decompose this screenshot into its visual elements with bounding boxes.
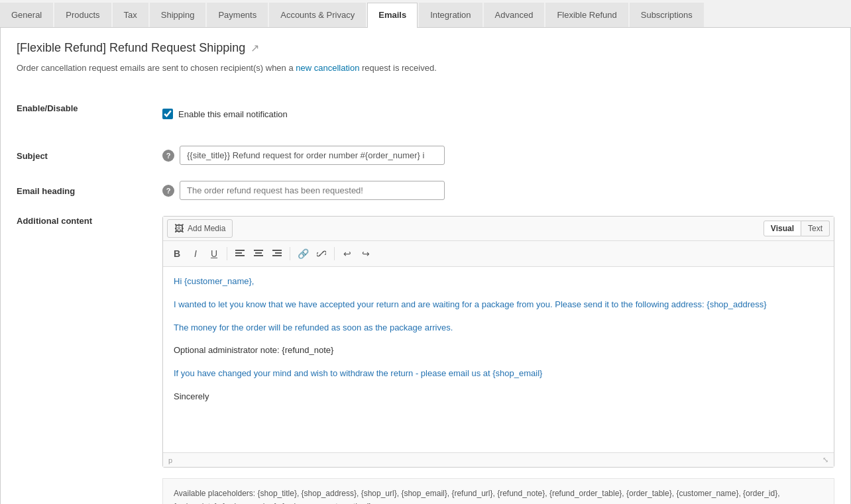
toolbar-separator-1 [227, 247, 227, 260]
enable-disable-row: Enable/Disable Enable this email notific… [17, 90, 834, 138]
placeholders-label: Available placeholders: [174, 489, 255, 498]
email-heading-row: Email heading ? [17, 173, 834, 208]
enable-disable-label: Enable/Disable [17, 90, 162, 138]
tabs-bar: General Products Tax Shipping Payments A… [0, 0, 851, 28]
align-left-button[interactable] [231, 245, 249, 262]
svg-rect-4 [255, 252, 262, 254]
tab-accounts-privacy[interactable]: Accounts & Privacy [269, 3, 366, 27]
editor-container: 🖼 Add Media Visual Text B I [162, 216, 834, 468]
page-title-row: [Flexible Refund] Refund Request Shippin… [17, 41, 834, 55]
add-media-icon: 🖼 [174, 223, 184, 234]
svg-rect-8 [272, 255, 282, 256]
editor-wrapper: Hi {customer_name}, I wanted to let you … [163, 267, 834, 452]
page-description: Order cancellation request emails are se… [17, 62, 834, 75]
link-button[interactable]: 🔗 [294, 245, 312, 262]
new-cancellation-link[interactable]: new cancellation [296, 63, 359, 73]
undo-button[interactable]: ↩ [339, 245, 356, 262]
content-greeting: Hi {customer_name}, [174, 275, 823, 289]
visual-tab[interactable]: Visual [764, 221, 801, 236]
tab-flexible-refund[interactable]: Flexible Refund [545, 3, 628, 27]
content-changed-mind: If you have changed your mind and wish t… [174, 367, 823, 381]
external-link-icon[interactable]: ↗ [251, 42, 259, 54]
italic-button[interactable]: I [187, 245, 204, 262]
tab-tax[interactable]: Tax [113, 3, 148, 27]
subject-help-icon[interactable]: ? [162, 150, 174, 162]
enable-email-label: Enable this email notification [178, 109, 288, 119]
tab-shipping[interactable]: Shipping [150, 3, 206, 27]
toolbar-separator-3 [334, 247, 335, 260]
svg-rect-0 [235, 250, 245, 251]
tab-advanced[interactable]: Advanced [484, 3, 545, 27]
editor-status-p: p [168, 456, 172, 464]
additional-content-label: Additional content [17, 208, 162, 504]
align-right-button[interactable] [268, 245, 286, 262]
add-media-label: Add Media [188, 224, 225, 233]
subject-label: Subject [17, 151, 48, 161]
settings-form: Enable/Disable Enable this email notific… [17, 90, 834, 504]
tab-payments[interactable]: Payments [207, 3, 268, 27]
editor-body[interactable]: Hi {customer_name}, I wanted to let you … [163, 267, 834, 452]
toolbar-separator-2 [290, 247, 290, 260]
bold-button[interactable]: B [168, 245, 186, 262]
tab-products[interactable]: Products [54, 3, 111, 27]
svg-rect-7 [275, 252, 282, 254]
unlink-button[interactable] [313, 245, 330, 262]
svg-line-9 [319, 252, 324, 256]
tab-subscriptions[interactable]: Subscriptions [630, 3, 704, 27]
editor-toolbar: B I U [163, 241, 834, 267]
visual-text-tabs: Visual Text [764, 221, 830, 236]
content-accepted: I wanted to let you know that we have ac… [174, 298, 823, 312]
additional-content-row: Additional content 🖼 Add Media Visual Te… [17, 208, 834, 504]
placeholders-values: {shop_title}, {shop_address}, {shop_url}… [174, 489, 779, 504]
svg-rect-1 [235, 252, 242, 254]
content-optional-note: Optional administrator note: {refund_not… [174, 344, 823, 358]
content-money: The money for the order will be refunded… [174, 321, 823, 335]
add-media-button[interactable]: 🖼 Add Media [167, 219, 233, 238]
editor-resize-handle[interactable]: ⤡ [823, 456, 828, 464]
redo-button[interactable]: ↪ [357, 245, 374, 262]
svg-rect-5 [254, 255, 263, 256]
svg-rect-6 [272, 250, 282, 251]
tab-emails[interactable]: Emails [367, 3, 418, 28]
placeholders-section: Available placeholders: {shop_title}, {s… [162, 478, 834, 504]
align-center-button[interactable] [250, 245, 267, 262]
tab-integration[interactable]: Integration [419, 3, 482, 27]
svg-rect-2 [235, 255, 245, 256]
page-title: [Flexible Refund] Refund Request Shippin… [17, 41, 245, 55]
svg-rect-3 [254, 250, 263, 251]
main-content: [Flexible Refund] Refund Request Shippin… [0, 28, 851, 505]
subject-row: Subject ? [17, 138, 834, 173]
tab-general[interactable]: General [0, 3, 53, 27]
subject-input[interactable] [180, 146, 445, 165]
content-sincerely: Sincerely [174, 390, 823, 404]
editor-top-bar: 🖼 Add Media Visual Text [163, 217, 834, 241]
email-heading-input[interactable] [180, 181, 445, 200]
editor-statusbar: p ⤡ [163, 452, 834, 467]
underline-button[interactable]: U [205, 245, 223, 262]
email-heading-label: Email heading [17, 186, 75, 196]
enable-email-checkbox[interactable] [162, 109, 173, 119]
text-tab[interactable]: Text [801, 221, 830, 236]
email-heading-help-icon[interactable]: ? [162, 185, 174, 197]
